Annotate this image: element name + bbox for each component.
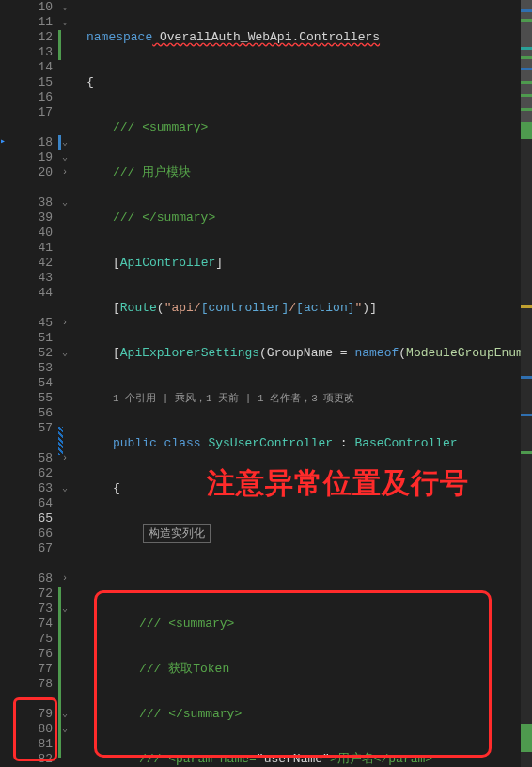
bookmark-glyph: ▸ bbox=[0, 135, 13, 149]
scroll-marker bbox=[521, 94, 532, 97]
line-number: 11 bbox=[15, 15, 53, 30]
scroll-marker bbox=[521, 68, 532, 70]
line-number: 81 bbox=[15, 737, 53, 752]
fold-chevron-down-icon[interactable]: ⌄ bbox=[60, 196, 70, 211]
doc-comment[interactable]: /// <summary> bbox=[86, 120, 532, 135]
line-number-gutter: 10 11 12 13 14 15 16 17 18 19 20 38 39 4… bbox=[15, 0, 58, 767]
code-line[interactable]: public class SysUserController : BaseCon… bbox=[86, 436, 532, 451]
fold-chevron-right-icon[interactable]: › bbox=[60, 316, 70, 331]
scroll-marker bbox=[521, 81, 532, 84]
code-area[interactable]: namespace OverallAuth_WebApi.Controllers… bbox=[85, 0, 532, 767]
line-number: 38 bbox=[15, 196, 53, 211]
doc-comment[interactable]: /// <summary> bbox=[86, 617, 532, 632]
line-number: 51 bbox=[15, 331, 53, 346]
line-number: 39 bbox=[15, 211, 53, 226]
doc-comment[interactable]: /// 获取Token bbox=[86, 662, 532, 677]
fold-column: ⌄ ⌄ ⌄ ⌄ › ⌄ › ⌄ › ⌄ › ⌄ ⌄ ⌄ bbox=[58, 0, 85, 767]
line-number: 20 bbox=[15, 165, 53, 180]
code-line[interactable]: namespace OverallAuth_WebApi.Controllers bbox=[86, 30, 532, 45]
line-number: 14 bbox=[15, 60, 53, 75]
change-strip bbox=[58, 30, 61, 60]
line-number bbox=[15, 436, 53, 451]
line-number: 45 bbox=[15, 316, 53, 331]
line-number: 57 bbox=[15, 421, 53, 436]
line-number: 63 bbox=[15, 481, 53, 496]
vertical-scrollbar[interactable] bbox=[521, 0, 532, 767]
line-number: 80 bbox=[15, 722, 53, 737]
scroll-marker bbox=[521, 56, 532, 59]
scroll-marker bbox=[521, 122, 532, 139]
scroll-marker bbox=[521, 9, 532, 12]
line-number: 16 bbox=[15, 90, 53, 105]
line-number: 54 bbox=[15, 376, 53, 391]
line-number: 55 bbox=[15, 391, 53, 406]
line-number: 77 bbox=[15, 662, 53, 677]
scroll-marker bbox=[521, 108, 532, 111]
fold-chevron-down-icon[interactable]: ⌄ bbox=[60, 481, 70, 496]
code-line[interactable]: [ApiExplorerSettings(GroupName = nameof(… bbox=[86, 346, 532, 361]
line-number: 12 bbox=[15, 30, 53, 45]
line-number: 43 bbox=[15, 271, 53, 286]
line-number: 82 bbox=[15, 752, 53, 767]
blank-line bbox=[86, 571, 532, 587]
line-number-current: 65 bbox=[15, 511, 53, 526]
code-line[interactable]: { bbox=[86, 481, 532, 496]
doc-comment[interactable]: /// </summary> bbox=[86, 707, 532, 722]
line-number: 58 bbox=[15, 451, 53, 466]
line-number: 74 bbox=[15, 617, 53, 632]
line-number: 19 bbox=[15, 150, 53, 165]
line-number: 66 bbox=[15, 526, 53, 541]
doc-comment[interactable]: /// <param name="userName">用户名</param> bbox=[86, 752, 532, 767]
scroll-marker bbox=[521, 376, 532, 379]
code-line[interactable]: [Route("api/[controller]/[action]")] bbox=[86, 301, 532, 316]
doc-comment[interactable]: /// </summary> bbox=[86, 211, 532, 226]
doc-comment[interactable]: /// 用户模块 bbox=[86, 165, 532, 180]
line-number: 17 bbox=[15, 105, 53, 120]
keyword: namespace bbox=[86, 30, 152, 45]
line-number: 41 bbox=[15, 241, 53, 256]
scroll-marker bbox=[521, 305, 532, 308]
fold-chevron-down-icon[interactable]: ⌄ bbox=[60, 346, 70, 361]
line-number: 44 bbox=[15, 286, 53, 301]
change-strip bbox=[58, 135, 61, 150]
code-line[interactable]: [ApiController] bbox=[86, 256, 532, 271]
scroll-marker bbox=[521, 451, 532, 454]
scroll-marker bbox=[521, 19, 532, 22]
line-number bbox=[15, 556, 53, 571]
fold-chevron-down-icon[interactable]: ⌄ bbox=[60, 722, 70, 737]
code-lens[interactable]: 1 个引用 | 乘风，1 天前 | 1 名作者，3 项更改 bbox=[86, 391, 532, 406]
line-number: 64 bbox=[15, 496, 53, 511]
fold-chevron-down-icon[interactable]: ⌄ bbox=[60, 150, 70, 165]
line-number: 67 bbox=[15, 541, 53, 556]
scroll-marker bbox=[521, 47, 532, 50]
line-number: 79 bbox=[15, 707, 53, 722]
fold-chevron-down-icon[interactable]: ⌄ bbox=[60, 15, 70, 30]
fold-chevron-down-icon[interactable]: ⌄ bbox=[60, 707, 70, 722]
fold-chevron-down-icon[interactable]: ⌄ bbox=[60, 135, 70, 150]
namespace-name: OverallAuth_WebApi.Controllers bbox=[152, 30, 380, 45]
change-strip bbox=[58, 427, 63, 455]
line-number: 42 bbox=[15, 256, 53, 271]
line-number: 76 bbox=[15, 647, 53, 662]
line-number: 78 bbox=[15, 677, 53, 692]
scroll-marker bbox=[521, 724, 532, 752]
code-line[interactable]: { bbox=[86, 75, 532, 90]
change-strip bbox=[58, 587, 61, 758]
line-number: 52 bbox=[15, 346, 53, 361]
line-number: 18 bbox=[15, 135, 53, 150]
line-number: 13 bbox=[15, 45, 53, 60]
folded-region-label[interactable]: 构造实列化 bbox=[143, 524, 211, 543]
fold-chevron-down-icon[interactable]: ⌄ bbox=[60, 602, 70, 617]
line-number bbox=[15, 301, 53, 316]
line-number: 40 bbox=[15, 226, 53, 241]
code-editor[interactable]: ▸ 10 11 12 13 14 15 16 17 18 19 20 38 39… bbox=[0, 0, 532, 767]
line-number bbox=[15, 120, 53, 135]
scroll-marker bbox=[521, 414, 532, 416]
line-number: 56 bbox=[15, 406, 53, 421]
code-folded-region[interactable]: 构造实列化 bbox=[86, 526, 532, 541]
line-number: 75 bbox=[15, 632, 53, 647]
fold-chevron-right-icon[interactable]: › bbox=[60, 571, 70, 587]
fold-chevron-right-icon[interactable]: › bbox=[60, 165, 70, 180]
fold-chevron-down-icon[interactable]: ⌄ bbox=[60, 0, 70, 15]
line-number: 53 bbox=[15, 361, 53, 376]
